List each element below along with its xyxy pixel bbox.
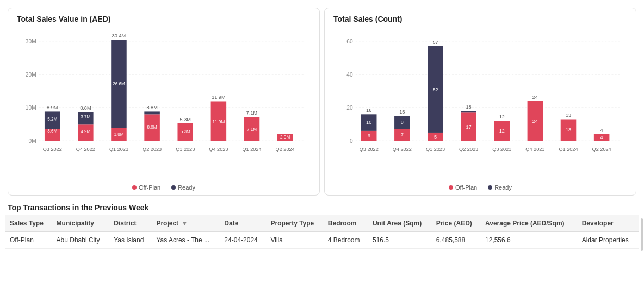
col-district: District (109, 215, 152, 232)
svg-text:Q1 2023: Q1 2023 (426, 147, 445, 152)
svg-text:24: 24 (532, 118, 538, 124)
ready-legend-right: Ready (488, 184, 512, 191)
scrollbar[interactable] (641, 218, 643, 251)
svg-text:5: 5 (434, 134, 437, 140)
svg-text:11.9M: 11.9M (213, 120, 225, 124)
svg-text:15: 15 (399, 109, 405, 115)
sales-count-area: 0 20 40 60 6 10 16 Q3 2022 7 8 15 Q4 202… (333, 29, 627, 181)
svg-text:Q2 2023: Q2 2023 (143, 147, 162, 152)
svg-text:30M: 30M (26, 39, 36, 45)
svg-text:18: 18 (466, 104, 472, 110)
svg-text:12: 12 (499, 128, 505, 134)
svg-text:20M: 20M (26, 72, 36, 78)
svg-text:13: 13 (566, 127, 571, 133)
sales-value-chart: Total Sales Value in (AED) 0M 10M 20M 30… (8, 8, 320, 196)
offplan-legend-left: Off-Plan (132, 184, 160, 191)
table-wrapper: Sales Type Municipality District Project… (0, 215, 644, 254)
table-header: Sales Type Municipality District Project… (5, 215, 639, 232)
col-developer: Developer (578, 215, 639, 232)
col-property-type: Property Type (266, 215, 323, 232)
charts-row: Total Sales Value in (AED) 0M 10M 20M 30… (0, 0, 644, 198)
col-project[interactable]: Project ▼ (152, 215, 220, 232)
svg-text:3.7M: 3.7M (81, 115, 90, 120)
cell-district: Yas Island (109, 232, 152, 249)
svg-text:Q3 2022: Q3 2022 (360, 147, 379, 152)
col-unit-area: Unit Area (Sqm) (368, 215, 432, 232)
svg-text:2.0M: 2.0M (280, 135, 290, 140)
svg-text:4.9M: 4.9M (81, 129, 90, 134)
col-avg-price: Average Price (AED/Sqm) (481, 215, 578, 232)
svg-text:0: 0 (350, 138, 353, 144)
svg-text:10: 10 (366, 120, 371, 125)
svg-text:Q4 2022: Q4 2022 (393, 147, 412, 152)
offplan-label-right: Off-Plan (455, 184, 477, 191)
col-municipality: Municipality (52, 215, 110, 232)
svg-text:24: 24 (532, 95, 538, 100)
cell-municipality: Abu Dhabi City (52, 232, 110, 249)
svg-text:57: 57 (432, 40, 438, 45)
header-row: Sales Type Municipality District Project… (5, 215, 639, 232)
svg-text:8.9M: 8.9M (47, 105, 58, 110)
ready-label-left: Ready (178, 184, 195, 191)
svg-text:Q1 2023: Q1 2023 (109, 147, 128, 152)
svg-text:Q3 2022: Q3 2022 (43, 147, 62, 152)
svg-text:7.1M: 7.1M (247, 127, 257, 132)
sales-count-svg: 0 20 40 60 6 10 16 Q3 2022 7 8 15 Q4 202… (333, 29, 627, 181)
sales-value-area: 0M 10M 20M 30M 3.6M 5.2M 8.9M Q3 2022 4.… (17, 29, 311, 181)
offplan-dot-left (132, 185, 137, 190)
cell-project: Yas Acres - The ... (152, 232, 220, 249)
svg-text:8.0M: 8.0M (147, 125, 157, 130)
sales-count-legend: Off-Plan Ready (333, 184, 627, 191)
svg-text:Q4 2023: Q4 2023 (525, 147, 544, 152)
svg-text:8.6M: 8.6M (80, 105, 91, 111)
svg-text:11.9M: 11.9M (212, 95, 225, 100)
cell-unitArea: 516.5 (368, 232, 432, 249)
ready-legend-left: Ready (171, 184, 195, 191)
svg-text:0M: 0M (29, 138, 36, 144)
svg-text:52: 52 (432, 87, 438, 92)
sales-value-legend: Off-Plan Ready (17, 184, 311, 191)
svg-rect-27 (144, 111, 160, 114)
svg-text:26.6M: 26.6M (113, 81, 125, 86)
sales-count-chart: Total Sales (Count) 0 20 40 60 6 10 16 (324, 8, 636, 196)
cell-bedroom: 4 Bedroom (324, 232, 368, 249)
offplan-label-left: Off-Plan (139, 184, 160, 191)
cell-avgPrice: 12,556.6 (481, 232, 578, 249)
svg-text:Q4 2023: Q4 2023 (209, 147, 228, 152)
svg-text:Q2 2023: Q2 2023 (459, 147, 478, 152)
col-price: Price (AED) (432, 215, 481, 232)
cell-developer: Aldar Properties (578, 232, 639, 249)
svg-text:5.3M: 5.3M (181, 129, 190, 134)
sales-count-title: Total Sales (Count) (333, 15, 627, 23)
table-body: Off-PlanAbu Dhabi CityYas IslandYas Acre… (5, 232, 639, 249)
svg-text:7.1M: 7.1M (246, 110, 257, 116)
svg-text:4: 4 (600, 135, 603, 140)
project-sort-icon: ▼ (181, 219, 188, 227)
offplan-legend-right: Off-Plan (449, 184, 477, 191)
ready-dot-left (171, 185, 176, 190)
sales-value-svg: 0M 10M 20M 30M 3.6M 5.2M 8.9M Q3 2022 4.… (17, 29, 311, 181)
offplan-dot-right (449, 185, 453, 190)
svg-text:13: 13 (566, 112, 571, 118)
svg-text:40: 40 (346, 72, 353, 78)
sales-value-title: Total Sales Value in (AED) (17, 15, 311, 23)
svg-text:3.6M: 3.6M (47, 129, 57, 134)
svg-text:8.8M: 8.8M (146, 105, 157, 110)
table-row: Off-PlanAbu Dhabi CityYas IslandYas Acre… (5, 232, 639, 249)
cell-price: 6,485,588 (432, 232, 481, 249)
svg-text:Q1 2024: Q1 2024 (242, 147, 261, 152)
svg-text:Q4 2022: Q4 2022 (76, 147, 95, 152)
ready-dot-right (488, 185, 492, 190)
svg-text:30.4M: 30.4M (112, 33, 126, 39)
svg-text:Q3 2023: Q3 2023 (176, 147, 195, 152)
cell-salesType: Off-Plan (5, 232, 52, 249)
svg-text:20: 20 (346, 105, 353, 111)
svg-text:6: 6 (368, 133, 370, 139)
svg-text:5.2M: 5.2M (47, 117, 57, 122)
svg-text:60: 60 (346, 39, 353, 45)
svg-text:10M: 10M (26, 105, 36, 111)
ready-label-right: Ready (494, 184, 512, 191)
svg-text:3.8M: 3.8M (114, 132, 123, 137)
svg-text:8: 8 (401, 120, 404, 125)
svg-text:12: 12 (499, 114, 505, 120)
